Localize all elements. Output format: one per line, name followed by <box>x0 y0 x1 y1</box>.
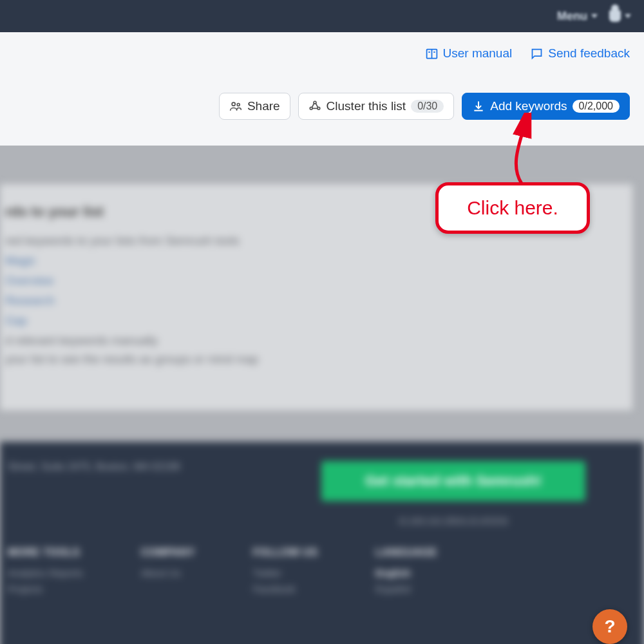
panel-line: your list to see the results as groups o… <box>5 353 627 366</box>
footer-link[interactable]: English <box>375 567 437 578</box>
annotation-arrow <box>496 113 547 190</box>
page-footer: Street, Suite 2475, Boston, MA 02199 Get… <box>0 442 644 644</box>
top-bar: Menu <box>0 0 644 32</box>
send-feedback-link[interactable]: Send feedback <box>530 46 630 61</box>
callout-text: Click here. <box>467 197 558 218</box>
question-icon: ? <box>604 616 615 637</box>
svg-point-7 <box>310 107 312 109</box>
share-button[interactable]: Share <box>219 93 290 120</box>
tool-link[interactable]: Gap <box>5 314 627 328</box>
cluster-button[interactable]: Cluster this list 0/30 <box>298 93 455 120</box>
people-icon <box>229 100 242 113</box>
chat-icon <box>530 47 544 61</box>
footer-link[interactable]: Projects <box>8 583 83 594</box>
footer-columns: MORE TOOLSAnalytics ReportsProjects COMP… <box>8 547 636 600</box>
cluster-label: Cluster this list <box>327 99 406 113</box>
chevron-down-icon <box>625 14 631 18</box>
footer-link[interactable]: Analytics Reports <box>8 567 83 578</box>
user-manual-label: User manual <box>443 46 513 61</box>
tool-link[interactable]: Research <box>5 294 627 308</box>
annotation-callout: Click here. <box>435 182 590 234</box>
footer-cta-button[interactable]: Get started with Semrush! <box>321 461 585 501</box>
footer-address: Street, Suite 2475, Boston, MA 02199 <box>8 461 180 473</box>
user-manual-link[interactable]: User manual <box>425 46 513 61</box>
svg-point-5 <box>237 104 240 106</box>
panel-line: red keywords to your lists from Semrush … <box>5 234 627 248</box>
book-icon <box>425 47 439 61</box>
menu-label: Menu <box>557 10 587 23</box>
footer-sublink[interactable]: or see our plans & pricing <box>270 514 636 525</box>
footer-link[interactable]: Facebook <box>253 583 317 594</box>
user-menu[interactable] <box>609 10 631 22</box>
svg-point-4 <box>232 102 235 106</box>
footer-link[interactable]: Español <box>375 583 437 594</box>
footer-link[interactable]: About Us <box>141 567 195 578</box>
footer-col-heading: COMPANY <box>141 547 195 558</box>
menu-dropdown[interactable]: Menu <box>557 10 598 23</box>
chevron-down-icon <box>591 14 598 18</box>
header-links: User manual Send feedback <box>0 32 644 67</box>
download-icon <box>472 100 485 113</box>
send-feedback-label: Send feedback <box>548 46 630 61</box>
footer-col-heading: MORE TOOLS <box>8 547 83 558</box>
add-keywords-count: 0/2,000 <box>573 100 620 113</box>
tool-link[interactable]: Overview <box>5 274 627 288</box>
panel-line: d relevant keywords manually <box>5 334 627 348</box>
footer-col-heading: LANGUAGE <box>375 547 437 558</box>
cluster-count: 0/30 <box>411 100 444 113</box>
user-icon <box>609 10 621 22</box>
svg-point-8 <box>317 107 320 109</box>
footer-col-heading: FOLLOW US <box>253 547 317 558</box>
cluster-icon <box>308 100 321 113</box>
add-keywords-label: Add keywords <box>490 99 567 113</box>
action-bar: Share Cluster this list 0/30 Add keyword… <box>0 67 644 146</box>
help-button[interactable]: ? <box>592 609 627 644</box>
footer-link[interactable]: Twitter <box>253 567 317 578</box>
share-label: Share <box>247 99 280 113</box>
tool-link[interactable]: Magic <box>5 254 627 268</box>
